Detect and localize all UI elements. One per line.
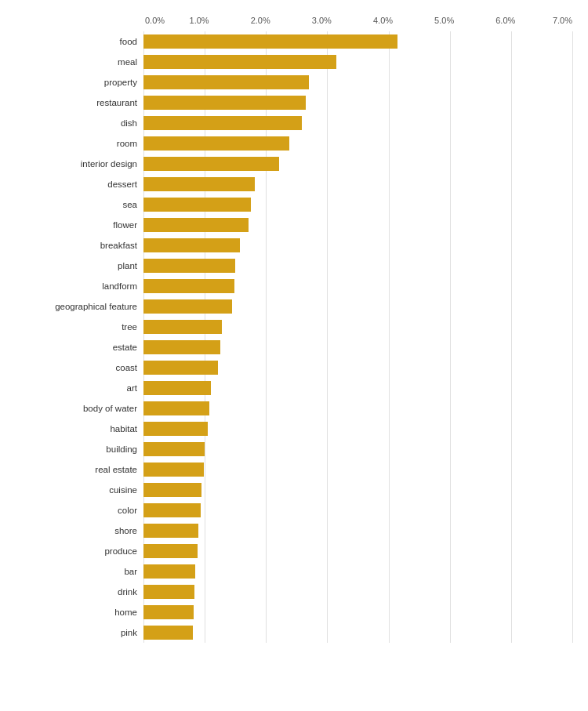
bar-row bbox=[143, 154, 572, 174]
bar bbox=[143, 626, 193, 640]
y-axis-label: shore bbox=[0, 521, 143, 541]
y-axis-label: breakfast bbox=[0, 235, 143, 256]
x-axis-label: 2.0% bbox=[230, 16, 291, 25]
y-axis-label: color bbox=[0, 500, 143, 521]
bar-row bbox=[143, 622, 572, 643]
x-axis-label: 3.0% bbox=[291, 16, 352, 25]
bar-row bbox=[143, 194, 572, 215]
y-axis-label: flower bbox=[0, 215, 143, 235]
bar bbox=[143, 299, 232, 314]
y-axis-label: bar bbox=[0, 561, 143, 582]
bar bbox=[143, 503, 201, 517]
y-labels: foodmealpropertyrestaurantdishroominteri… bbox=[0, 31, 143, 643]
bar bbox=[143, 177, 255, 191]
y-axis-label: room bbox=[0, 133, 143, 154]
bar-row bbox=[143, 72, 572, 93]
bar bbox=[143, 218, 249, 232]
bar-row bbox=[143, 439, 572, 459]
x-axis-label: 5.0% bbox=[414, 16, 475, 25]
y-axis-label: drink bbox=[0, 582, 143, 602]
bar-row bbox=[143, 133, 572, 154]
y-axis-label: interior design bbox=[0, 154, 143, 174]
x-axis-label: 6.0% bbox=[475, 16, 536, 25]
bar-row bbox=[143, 276, 572, 296]
y-axis-label: building bbox=[0, 439, 143, 459]
bar-row bbox=[143, 337, 572, 357]
bar-row bbox=[143, 541, 572, 561]
y-axis-label: plant bbox=[0, 256, 143, 276]
bar bbox=[143, 34, 397, 49]
bar-row bbox=[143, 582, 572, 602]
bar bbox=[143, 422, 208, 436]
bar-row bbox=[143, 459, 572, 480]
bar bbox=[143, 320, 222, 334]
bar bbox=[143, 75, 309, 89]
bar bbox=[143, 524, 198, 538]
bars-area bbox=[143, 31, 572, 643]
bar bbox=[143, 544, 198, 558]
bar-row bbox=[143, 398, 572, 419]
chart-body: foodmealpropertyrestaurantdishroominteri… bbox=[0, 31, 572, 643]
bar-row bbox=[143, 357, 572, 378]
x-axis-label: 7.0% bbox=[536, 16, 572, 25]
y-axis-label: produce bbox=[0, 541, 143, 561]
bar bbox=[143, 136, 289, 151]
bar-row bbox=[143, 215, 572, 235]
bar bbox=[143, 381, 211, 395]
bar bbox=[143, 259, 235, 273]
x-axis: 0.0%1.0%2.0%3.0%4.0%5.0%6.0%7.0% bbox=[145, 16, 572, 25]
bar bbox=[143, 55, 336, 69]
bar-row bbox=[143, 235, 572, 256]
bar bbox=[143, 238, 240, 252]
bar bbox=[143, 585, 194, 599]
bar-row bbox=[143, 296, 572, 317]
grid-line bbox=[572, 31, 573, 643]
bar-row bbox=[143, 174, 572, 194]
bar-row bbox=[143, 317, 572, 337]
y-axis-label: real estate bbox=[0, 459, 143, 480]
bar bbox=[143, 605, 194, 619]
bar bbox=[143, 96, 306, 110]
bar-row bbox=[143, 602, 572, 622]
y-axis-label: habitat bbox=[0, 419, 143, 439]
bar-row bbox=[143, 378, 572, 398]
bar-row bbox=[143, 113, 572, 133]
bar bbox=[143, 483, 201, 497]
bar bbox=[143, 564, 195, 579]
bar bbox=[143, 463, 204, 477]
bar bbox=[143, 340, 220, 354]
bar-row bbox=[143, 480, 572, 500]
y-axis-label: property bbox=[0, 72, 143, 93]
x-axis-label: 4.0% bbox=[352, 16, 413, 25]
y-axis-label: restaurant bbox=[0, 93, 143, 113]
bar bbox=[143, 401, 209, 415]
bar-row bbox=[143, 500, 572, 521]
y-axis-label: food bbox=[0, 31, 143, 52]
bar-row bbox=[143, 52, 572, 72]
x-axis-label: 1.0% bbox=[169, 16, 230, 25]
bar-row bbox=[143, 256, 572, 276]
y-axis-label: geographical feature bbox=[0, 296, 143, 317]
bar-row bbox=[143, 561, 572, 582]
bar-row bbox=[143, 419, 572, 439]
y-axis-label: tree bbox=[0, 317, 143, 337]
y-axis-label: body of water bbox=[0, 398, 143, 419]
bar bbox=[143, 442, 205, 456]
y-axis-label: art bbox=[0, 378, 143, 398]
y-axis-label: cuisine bbox=[0, 480, 143, 500]
y-axis-label: dessert bbox=[0, 174, 143, 194]
bar-row bbox=[143, 31, 572, 52]
bar bbox=[143, 198, 251, 212]
bar bbox=[143, 279, 234, 293]
y-axis-label: meal bbox=[0, 52, 143, 72]
bar bbox=[143, 157, 279, 171]
chart-container: 0.0%1.0%2.0%3.0%4.0%5.0%6.0%7.0% foodmea… bbox=[0, 0, 588, 711]
y-axis-label: sea bbox=[0, 194, 143, 215]
bar bbox=[143, 116, 302, 130]
y-axis-label: dish bbox=[0, 113, 143, 133]
bar-row bbox=[143, 521, 572, 541]
y-axis-label: landform bbox=[0, 276, 143, 296]
y-axis-label: home bbox=[0, 602, 143, 622]
x-axis-label: 0.0% bbox=[145, 16, 169, 25]
bar-row bbox=[143, 93, 572, 113]
